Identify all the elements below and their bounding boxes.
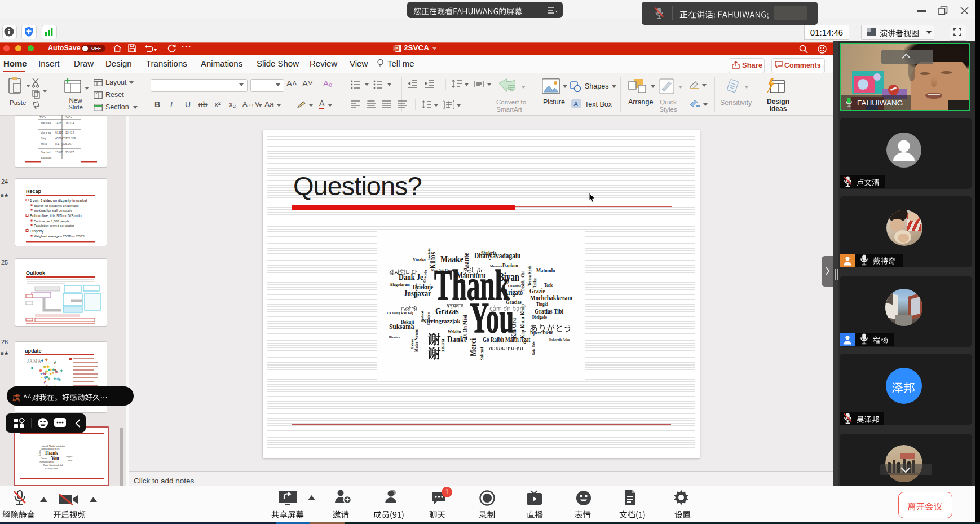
svg-text:Weighted average = 25/2D or 2D: Weighted average = 25/2D or 2D/25 xyxy=(34,235,85,238)
svg-text:gsa adh Maake hdask dsh: gsa adh Maake hdask dsh xyxy=(42,444,65,447)
svg-text:13.414: 13.414 xyxy=(65,131,74,134)
svg-text:18.314: 18.314 xyxy=(65,121,74,125)
svg-text:8.17 yC: 8.17 yC xyxy=(55,142,65,146)
svg-text:15.87: 15.87 xyxy=(55,151,63,154)
svg-text:Gratias: Gratias xyxy=(67,460,73,462)
svg-text:973.329: 973.329 xyxy=(65,136,76,140)
svg-text:Kiitos: Kiitos xyxy=(38,450,41,456)
svg-text:Grazas: Grazas xyxy=(41,457,47,460)
svg-text:75Ca: 75Ca xyxy=(39,116,46,119)
svg-text:JAMA: JAMA xyxy=(27,359,42,364)
svg-text:P: P xyxy=(395,46,398,51)
svg-text:Property: Property xyxy=(30,229,44,234)
svg-text:Arigato: Arigato xyxy=(65,455,72,458)
svg-text:access for residents on demand: access for residents on demand xyxy=(34,204,78,208)
svg-text:1 coin 2 sides on disparity in: 1 coin 2 sides on disparity in market xyxy=(30,199,87,203)
svg-text:457147: 457147 xyxy=(55,136,65,140)
svg-text:Nirringrazzjak dsa: Nirringrazzjak dsa xyxy=(39,461,54,463)
svg-text:34Ca: 34Ca xyxy=(65,116,72,119)
svg-text:Mat aaa: Mat aaa xyxy=(41,121,51,125)
svg-text:25.327: 25.327 xyxy=(65,151,74,154)
svg-text:Doctors per 1,000 people: Doctors per 1,000 people xyxy=(34,219,69,223)
svg-text:Saty: Saty xyxy=(41,136,47,140)
svg-text:workload for staff on supply: workload for staff on supply xyxy=(33,209,72,212)
svg-text:Population served per doctor: Population served per doctor xyxy=(34,224,74,227)
svg-text:Go Raibh Maith: Go Raibh Maith xyxy=(45,468,58,470)
svg-text:Outlook: Outlook xyxy=(26,270,46,276)
svg-text:Bottom line, it is S/D or D/S: Bottom line, it is S/D or D/S ratio xyxy=(30,214,82,218)
svg-text:91319: 91319 xyxy=(55,131,63,134)
svg-text:update: update xyxy=(25,348,42,354)
svg-text:Saclatas: Saclatas xyxy=(41,156,52,160)
svg-text:5.967: 5.967 xyxy=(65,142,73,146)
svg-text:Dhanyavadagalu sdj djs: Dhanyavadagalu sdj djs xyxy=(41,448,60,450)
svg-text:Sta dad: Sta dad xyxy=(41,151,50,154)
svg-text:1418: 1418 xyxy=(55,121,61,125)
svg-text:Me a: Me a xyxy=(41,142,47,146)
svg-text:Recap: Recap xyxy=(26,188,42,194)
svg-text:A: A xyxy=(574,100,579,107)
svg-text:Var a aa: Var a aa xyxy=(41,131,51,134)
svg-text:Danke Merci dsak dsh: Danke Merci dsak dsh xyxy=(43,464,63,466)
